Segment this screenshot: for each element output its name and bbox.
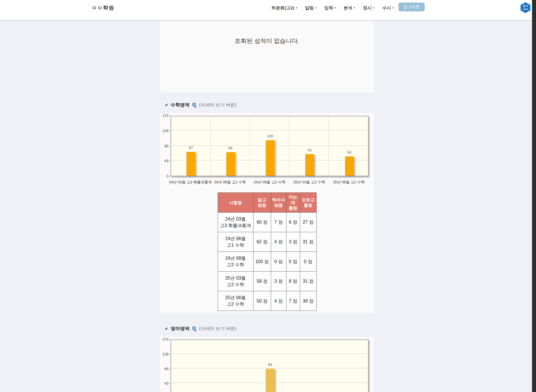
x-axis-category-label: 24년 03월 고3 확률과통계 — [169, 180, 212, 185]
english-section-panel: 0438512817084 — [160, 337, 374, 392]
score-cell-3: 0 점 — [300, 252, 316, 271]
english-section-header: ✔ 영어영역 (자세히 보기 버튼) — [160, 322, 374, 336]
chevron-down-icon: ▾ — [335, 6, 336, 9]
exam-name-cell: 25년 03월 고2 수학 — [218, 271, 253, 291]
checkmark-icon: ✔ — [165, 102, 169, 108]
score-cell-0: 60 점 — [253, 212, 271, 232]
y-axis-tick-label: 85 — [160, 144, 169, 148]
chevron-down-icon: ▾ — [392, 6, 394, 9]
y-axis-tick-label: 43 — [160, 381, 169, 385]
x-axis-category-label: 24년 06월 고1 수학 — [214, 180, 246, 185]
nav-menu-item-label: 알림 — [305, 5, 314, 10]
logout-button[interactable]: 로그아웃 — [398, 3, 425, 11]
score-cell-2: 6 점 — [286, 212, 300, 232]
table-row: 24년 03월 고3 확률과통계60 점7 점6 점27 점 — [218, 212, 316, 232]
nav-menu: 허윤희(고2)▾알림▾입력▾분석▾정시▾수시▾ — [271, 0, 394, 16]
nav-menu-item-0[interactable]: 허윤희(고2)▾ — [271, 5, 297, 11]
exam-name-cell: 24년 09월 고2 수학 — [218, 252, 253, 271]
score-cell-1: 4 점 — [271, 291, 286, 311]
y-axis-tick-label: 43 — [160, 159, 169, 163]
bar-value-label: 61 — [301, 148, 318, 152]
bar-value-label: 84 — [262, 362, 279, 367]
math-section-header: ✔ 수학영역 (자세히 보기 버튼) — [160, 98, 374, 112]
nav-content: ㅇㅇ학원 허윤희(고2)▾알림▾입력▾분석▾정시▾수시▾ 로그아웃 입시 nav… — [0, 0, 532, 16]
logo-badge-line2: navi — [523, 8, 528, 11]
x-axis-category-label: 25년 06월 고2 수학 — [333, 180, 365, 185]
nav-menu-item-label: 입력 — [324, 5, 333, 10]
x-axis-category-label: 24년 09월 고2 수학 — [254, 180, 286, 185]
magnifier-detail-button-icon[interactable] — [192, 326, 197, 331]
gridline-horizontal — [171, 353, 368, 354]
y-axis-tick-mark — [169, 176, 171, 177]
bar-chart: 0438512817024년 03월 고3 확률과통계24년 06월 고1 수학… — [160, 113, 374, 190]
table-header-cell-1: 알고 맞음 — [253, 193, 271, 213]
score-cell-1: 3 점 — [271, 271, 286, 291]
bar — [266, 369, 275, 392]
score-cell-2: 3 점 — [286, 232, 300, 251]
magnifier-detail-button-icon[interactable] — [192, 102, 197, 108]
table-row: 24년 09월 고2 수학100 점0 점0 점0 점 — [218, 252, 316, 271]
bar — [345, 156, 354, 176]
table-header-cell-0: 시험명 — [218, 193, 253, 213]
score-cell-0: 62 점 — [253, 232, 271, 251]
table-header-cell-2: 찍어서 맞음 — [271, 193, 286, 213]
brand-logo[interactable]: ㅇㅇ학원 — [92, 0, 114, 16]
math-section-title: 수학영역 — [171, 102, 190, 108]
exam-name-cell: 24년 06월 고1 수학 — [218, 232, 253, 251]
chevron-down-icon: ▾ — [315, 6, 317, 9]
nav-menu-item-4[interactable]: 정시▾ — [363, 5, 375, 11]
y-axis-tick-label: 85 — [160, 367, 169, 371]
empty-result-message: 조회된 성적이 없습니다. — [160, 21, 374, 45]
exam-name-cell: 24년 03월 고3 확률과통계 — [218, 212, 253, 232]
gridline-vertical — [250, 116, 250, 176]
table-header-cell-3: 아는데 틀림 — [286, 193, 300, 213]
nav-menu-item-label: 분석 — [344, 5, 352, 10]
y-axis-tick-label: 128 — [160, 129, 169, 133]
x-axis-category-label: 25년 03월 고2 수학 — [293, 180, 325, 185]
exam-name-cell: 25년 06월 고2 수학 — [218, 291, 253, 311]
nav-menu-item-label: 정시 — [363, 5, 372, 10]
chart-plot-area: 84 — [171, 339, 369, 392]
bar-value-label: 100 — [262, 134, 279, 138]
bar — [186, 152, 195, 176]
score-cell-1: 7 점 — [271, 212, 286, 232]
table-row: 25년 06월 고2 수학50 점4 점7 점39 점 — [218, 291, 316, 311]
y-axis-tick-label: 170 — [160, 337, 169, 341]
y-axis-tick-label: 0 — [160, 174, 169, 178]
score-cell-1: 4 점 — [271, 232, 286, 251]
bar — [305, 154, 314, 176]
gridline-horizontal — [171, 368, 368, 368]
score-cell-2: 7 점 — [286, 291, 300, 311]
bar-value-label: 66 — [222, 146, 239, 150]
scrollbar[interactable] — [532, 0, 536, 392]
score-cell-1: 0 점 — [271, 252, 286, 271]
y-axis-tick-label: 128 — [160, 352, 169, 356]
chart-plot-area: 67661006154 — [171, 116, 369, 176]
nav-menu-item-5[interactable]: 수시▾ — [382, 5, 394, 11]
gridline-horizontal — [171, 130, 368, 130]
bar — [266, 140, 275, 176]
english-section-hint: (자세히 보기 버튼) — [199, 326, 237, 332]
math-section-hint: (자세히 보기 버튼) — [199, 102, 237, 108]
bar-chart: 0438512817084 — [160, 337, 374, 392]
chevron-down-icon: ▾ — [296, 6, 297, 9]
checkmark-icon: ✔ — [165, 326, 169, 331]
bar-value-label: 67 — [182, 146, 200, 150]
ipsi-navi-logo-icon[interactable]: 입시 navi — [520, 2, 531, 13]
table-header-cell-4: 모르고 틀림 — [300, 193, 316, 213]
nav-menu-item-label: 허윤희(고2) — [271, 5, 294, 10]
bar-value-label: 54 — [341, 150, 358, 154]
bar — [226, 152, 235, 176]
score-cell-3: 39 점 — [300, 291, 316, 311]
ipsi-navi-logo-inner: 입시 navi — [521, 3, 530, 12]
main-content: 조회된 성적이 없습니다. ✔ 수학영역 (자세히 보기 버튼) 0438512… — [160, 20, 374, 392]
score-cell-0: 58 점 — [253, 271, 271, 291]
navbar: ㅇㅇ학원 허윤희(고2)▾알림▾입력▾분석▾정시▾수시▾ 로그아웃 입시 nav… — [0, 0, 532, 20]
gridline-vertical — [329, 116, 329, 176]
empty-result-panel: 조회된 성적이 없습니다. — [160, 21, 374, 92]
nav-menu-item-3[interactable]: 분석▾ — [344, 5, 355, 11]
nav-menu-item-2[interactable]: 입력▾ — [324, 5, 336, 11]
math-section-panel: 0438512817024년 03월 고3 확률과통계24년 06월 고1 수학… — [160, 113, 374, 313]
nav-menu-item-1[interactable]: 알림▾ — [305, 5, 317, 11]
math-score-table: 시험명알고 맞음찍어서 맞음아는데 틀림모르고 틀림24년 03월 고3 확률과… — [218, 192, 317, 311]
